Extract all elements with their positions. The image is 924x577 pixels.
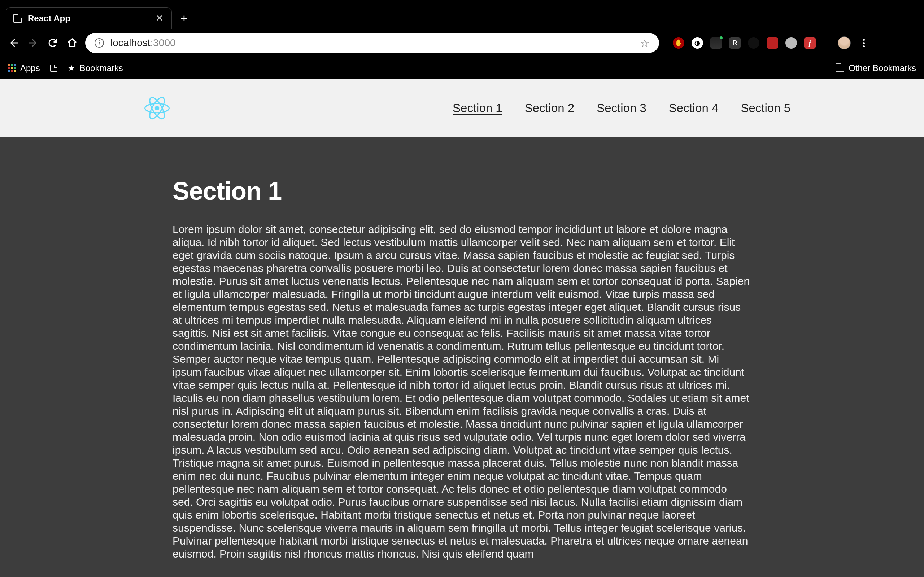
home-button[interactable] xyxy=(66,36,79,49)
apps-shortcut[interactable]: Apps xyxy=(8,63,40,73)
site-navbar: Section 1 Section 2 Section 3 Section 4 … xyxy=(0,79,924,137)
page-icon xyxy=(50,64,57,72)
forward-button[interactable] xyxy=(27,36,40,49)
section-heading: Section 1 xyxy=(173,177,750,206)
reload-button[interactable] xyxy=(46,36,59,49)
page-content: Section 1 Lorem ipsum dolor sit amet, co… xyxy=(0,137,924,577)
bookmarks-bar: Apps ★ Bookmarks Other Bookmarks xyxy=(0,57,924,79)
bookmarks-folder[interactable]: ★ Bookmarks xyxy=(68,63,123,73)
extension-icon[interactable] xyxy=(785,37,797,49)
other-bookmarks-label: Other Bookmarks xyxy=(848,63,916,73)
extension-icon[interactable] xyxy=(710,37,722,49)
reload-icon xyxy=(47,37,58,48)
apps-icon xyxy=(8,64,16,72)
separator xyxy=(823,36,823,49)
apps-label: Apps xyxy=(20,63,40,73)
star-icon: ★ xyxy=(68,63,76,73)
nav-link-section-2[interactable]: Section 2 xyxy=(525,102,575,115)
extension-icon[interactable]: R xyxy=(729,37,741,49)
arrow-right-icon xyxy=(28,37,39,48)
bookmark-star-icon[interactable]: ☆ xyxy=(640,37,650,49)
arrow-left-icon xyxy=(8,37,19,48)
react-logo-icon xyxy=(144,95,170,121)
extension-icon[interactable]: ƒ xyxy=(804,37,816,49)
url-text: localhost:3000 xyxy=(110,37,633,49)
extensions-row: ✋ ◑ R ƒ xyxy=(673,36,869,49)
nav-link-section-1[interactable]: Section 1 xyxy=(452,102,502,115)
other-bookmarks[interactable]: Other Bookmarks xyxy=(835,63,916,73)
browser-chrome: React App ✕ + i localhost:3000 ☆ ✋ ◑ xyxy=(0,0,924,79)
new-tab-button[interactable]: + xyxy=(176,10,192,26)
bookmarks-label: Bookmarks xyxy=(80,63,123,73)
extension-icon[interactable] xyxy=(767,37,778,49)
address-bar[interactable]: i localhost:3000 ☆ xyxy=(85,33,659,53)
tab-strip: React App ✕ + xyxy=(0,0,924,29)
back-button[interactable] xyxy=(7,36,20,49)
browser-tab[interactable]: React App ✕ xyxy=(6,7,172,29)
folder-icon xyxy=(835,64,844,72)
browser-toolbar: i localhost:3000 ☆ ✋ ◑ R ƒ xyxy=(0,29,924,57)
tab-title: React App xyxy=(28,13,150,23)
separator xyxy=(825,62,825,75)
bookmark-item[interactable] xyxy=(50,64,57,72)
home-icon xyxy=(67,37,78,48)
nav-link-section-3[interactable]: Section 3 xyxy=(597,102,646,115)
svg-point-0 xyxy=(155,106,159,110)
browser-menu-button[interactable] xyxy=(858,39,869,47)
site-info-icon[interactable]: i xyxy=(95,38,104,48)
extension-icon[interactable]: ✋ xyxy=(673,37,684,49)
nav-link-section-5[interactable]: Section 5 xyxy=(741,102,790,115)
react-logo[interactable] xyxy=(144,95,170,121)
nav-link-section-4[interactable]: Section 4 xyxy=(669,102,719,115)
nav-links: Section 1 Section 2 Section 3 Section 4 … xyxy=(452,102,790,115)
extension-icon[interactable]: ◑ xyxy=(691,37,703,49)
page-icon xyxy=(13,14,22,23)
section-body: Lorem ipsum dolor sit amet, consectetur … xyxy=(173,223,750,561)
close-tab-button[interactable]: ✕ xyxy=(155,13,163,24)
extension-icon[interactable] xyxy=(748,37,759,49)
page-viewport: Section 1 Section 2 Section 3 Section 4 … xyxy=(0,79,924,577)
profile-avatar[interactable] xyxy=(838,36,851,49)
